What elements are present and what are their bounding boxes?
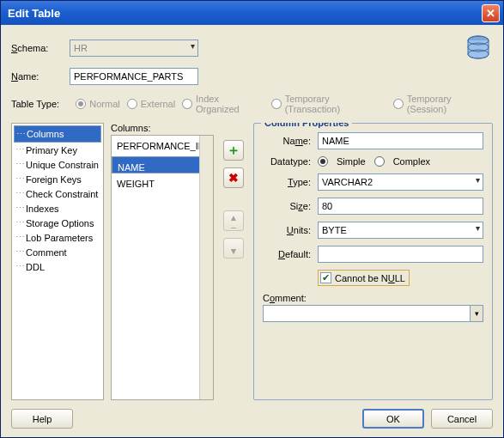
- columns-list-label: Columns:: [111, 123, 214, 133]
- tabletype-external: External: [127, 99, 175, 109]
- scrollbar[interactable]: [199, 136, 213, 399]
- move-down-button[interactable]: ⎯▼: [223, 238, 244, 259]
- column-properties-panel: Column Properties Name: Datatype: Simple…: [253, 123, 493, 400]
- tabletype-temp-session: Temporary (Session): [393, 94, 493, 114]
- default-label: Default:: [263, 249, 318, 259]
- tree-item-primary-key[interactable]: ⋯Primary Key: [14, 143, 101, 157]
- tree-item-columns[interactable]: ⋯Columns: [14, 125, 101, 143]
- schema-select[interactable]: [70, 40, 198, 57]
- size-label: Size:: [263, 201, 318, 211]
- plus-icon: ＋: [227, 142, 240, 160]
- not-null-checkbox[interactable]: ✔: [320, 272, 331, 283]
- list-item[interactable]: NAME: [112, 156, 213, 173]
- radio-icon: [76, 99, 86, 109]
- help-button[interactable]: Help: [11, 409, 73, 429]
- radio-icon: [393, 99, 404, 109]
- tabletype-label: Table Type:: [11, 99, 69, 109]
- close-icon[interactable]: ✕: [482, 4, 500, 22]
- database-icon: [464, 33, 493, 63]
- column-properties-legend: Column Properties: [261, 123, 352, 128]
- category-tree[interactable]: ⋯Columns ⋯Primary Key ⋯Unique Constrain …: [11, 123, 104, 400]
- window-title: Edit Table: [4, 7, 482, 20]
- move-up-button[interactable]: ▲⎯: [223, 210, 244, 231]
- edit-table-dialog: Edit Table ✕ Schema: Name: Table Type: N…: [0, 0, 504, 438]
- tree-item-indexes[interactable]: ⋯Indexes: [14, 201, 101, 216]
- tree-item-check-constraints[interactable]: ⋯Check Constraint: [14, 186, 101, 201]
- tree-item-comment[interactable]: ⋯Comment: [14, 245, 101, 259]
- tree-item-foreign-keys[interactable]: ⋯Foreign Keys: [14, 172, 101, 186]
- not-null-group: ✔ Cannot be NULL: [318, 270, 410, 286]
- dialog-content: Schema: Name: Table Type: Normal Externa…: [1, 25, 503, 437]
- radio-icon: [182, 99, 192, 109]
- complex-label: Complex: [393, 156, 430, 167]
- datatype-simple-radio[interactable]: [318, 156, 328, 167]
- titlebar[interactable]: Edit Table ✕: [1, 1, 503, 25]
- tabletype-normal: Normal: [76, 99, 119, 109]
- comment-dropdown-button[interactable]: ▾: [470, 305, 483, 322]
- tabletype-index-organized: Index Organized: [182, 94, 264, 114]
- remove-column-button[interactable]: ✖: [223, 167, 244, 188]
- name-label: Name:: [11, 71, 70, 82]
- type-label: Type:: [263, 177, 318, 187]
- add-column-button[interactable]: ＋: [223, 140, 244, 161]
- tree-item-ddl[interactable]: ⋯DDL: [14, 259, 101, 274]
- radio-icon: [271, 99, 282, 109]
- columns-list[interactable]: PERFORMANCE_ID NAME WEIGHT: [111, 135, 214, 400]
- default-input[interactable]: [318, 246, 483, 263]
- datatype-label: Datatype:: [263, 156, 318, 167]
- comment-label: Comment:: [263, 293, 483, 303]
- cancel-button[interactable]: Cancel: [431, 409, 493, 429]
- col-name-label: Name:: [263, 136, 318, 146]
- comment-input[interactable]: [263, 305, 470, 322]
- simple-label: Simple: [337, 156, 366, 167]
- table-type-row: Table Type: Normal External Index Organi…: [11, 94, 493, 114]
- type-select[interactable]: [318, 173, 483, 191]
- datatype-complex-radio[interactable]: [374, 156, 385, 167]
- list-item[interactable]: WEIGHT: [112, 173, 213, 194]
- tree-item-unique-constraints[interactable]: ⋯Unique Constrain: [14, 157, 101, 172]
- radio-icon: [127, 99, 137, 109]
- list-item[interactable]: PERFORMANCE_ID: [112, 136, 213, 156]
- ok-button[interactable]: OK: [362, 409, 424, 429]
- size-input[interactable]: [318, 198, 483, 215]
- units-label: Units:: [263, 225, 318, 235]
- units-select[interactable]: [318, 222, 483, 239]
- not-null-label: Cannot be NULL: [335, 273, 405, 283]
- arrow-down-icon: ⎯▼: [229, 242, 238, 254]
- tabletype-temp-transaction: Temporary (Transaction): [271, 94, 386, 114]
- column-name-input[interactable]: [318, 132, 483, 149]
- table-name-input[interactable]: [70, 68, 198, 85]
- tree-item-lob-parameters[interactable]: ⋯Lob Parameters: [14, 230, 101, 245]
- schema-label: Schema:: [11, 43, 70, 53]
- x-icon: ✖: [228, 171, 239, 185]
- tree-item-storage-options[interactable]: ⋯Storage Options: [14, 216, 101, 230]
- arrow-up-icon: ▲⎯: [229, 215, 238, 227]
